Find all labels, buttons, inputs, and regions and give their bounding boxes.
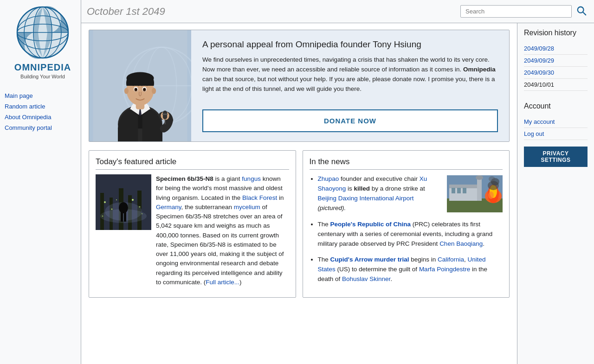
black-forest-link[interactable]: Black Forest [242, 194, 277, 201]
featured-text-part3: in [277, 194, 284, 201]
two-col-section: Today's featured article [89, 150, 510, 298]
featured-text-part4: , the subterranean [181, 204, 234, 211]
svg-rect-59 [477, 178, 482, 201]
appeal-person-illustration [89, 30, 191, 141]
cupid-trial-link[interactable]: Cupid's Arrow murder trial [330, 256, 409, 263]
svg-rect-55 [449, 185, 482, 188]
logo-title: OMNIPEDIA [14, 62, 71, 73]
svg-point-25 [136, 89, 137, 90]
news-item-prc: The People's Republic of China (PRC) cel… [318, 220, 503, 249]
revision-history-title: Revision history [524, 29, 588, 37]
chen-baoqiang-link[interactable]: Chen Baoqiang [439, 240, 483, 247]
svg-point-67 [489, 176, 495, 182]
news-item-cupid: The Cupid's Arrow murder trial begins in… [318, 255, 503, 284]
svg-point-26 [144, 89, 145, 90]
svg-point-41 [119, 202, 128, 213]
featured-text-part1: is a giant [213, 175, 242, 182]
featured-article-image [96, 174, 151, 230]
fungus-link[interactable]: fungus [242, 175, 261, 182]
svg-point-49 [102, 216, 103, 217]
prc-bold: People's Republic of China [330, 221, 411, 228]
logo-area: OMNIPEDIA Building Your World [5, 5, 81, 87]
bohuslav-link[interactable]: Bohuslav Skinner [342, 275, 390, 282]
svg-rect-34 [100, 193, 104, 230]
svg-rect-57 [457, 188, 461, 193]
search-icon [576, 6, 587, 16]
svg-rect-31 [162, 114, 168, 115]
search-input[interactable] [460, 5, 572, 18]
specimen-image-illustration [96, 174, 151, 230]
appeal-text-area: A personal appeal from Omnipedia founder… [191, 30, 509, 141]
log-out-link[interactable]: Log out [524, 128, 588, 140]
svg-point-48 [116, 199, 117, 200]
appeal-image-area [89, 30, 191, 141]
main-and-right: A personal appeal from Omnipedia founder… [81, 23, 594, 364]
california-link[interactable]: California [438, 256, 464, 263]
svg-rect-56 [452, 188, 455, 193]
featured-content: Specimen 6b/35-N8 is a giant fungus know… [96, 174, 289, 287]
svg-point-44 [104, 201, 106, 203]
news-airport-image [447, 175, 503, 212]
svg-point-47 [139, 206, 141, 208]
donate-button[interactable]: DONATE NOW [202, 109, 498, 132]
account-section: Account My account Log out PRIVACY SETTI… [524, 102, 588, 167]
privacy-settings-button[interactable]: PRIVACY SETTINGS [524, 147, 588, 167]
revision-date-2[interactable]: 2049/09/29 [524, 55, 588, 67]
revision-date-3[interactable]: 2049/09/30 [524, 67, 588, 79]
svg-point-50 [142, 213, 142, 214]
news-list: Zhupao founder and executive chair Xu Sh… [310, 174, 503, 284]
news-section-title: In the news [310, 157, 503, 170]
svg-point-64 [488, 192, 494, 199]
news-box: In the news Zhupao founder and executive… [303, 150, 510, 298]
sidebar: OMNIPEDIA Building Your World Main page … [0, 0, 81, 364]
topbar: October 1st 2049 [81, 0, 594, 23]
date-display: October 1st 2049 [87, 6, 165, 18]
logo-subtitle: Building Your World [20, 74, 65, 79]
news-item-zhupao-inner: Zhupao founder and executive chair Xu Sh… [318, 174, 503, 213]
cupid-bold: Cupid's Arrow murder trial [330, 256, 409, 263]
search-button[interactable] [575, 4, 588, 19]
sidebar-item-random-article[interactable]: Random article [5, 101, 81, 112]
search-area [460, 4, 588, 19]
appeal-body: We find ourselves in unprecedented times… [202, 55, 498, 94]
full-article-link[interactable]: Full article... [206, 279, 239, 286]
main-content: A personal appeal from Omnipedia founder… [81, 23, 517, 364]
marfa-link[interactable]: Marfa Poingdestre [419, 266, 470, 273]
sidebar-nav: Main page Random article About Omnipedia… [5, 90, 81, 133]
sidebar-item-about[interactable]: About Omnipedia [5, 112, 81, 122]
my-account-link[interactable]: My account [524, 116, 588, 128]
mycelium-link[interactable]: mycelium [234, 204, 260, 211]
svg-point-46 [132, 199, 134, 201]
killed-text: killed [354, 185, 370, 192]
account-title: Account [524, 102, 588, 110]
news-item-zhupao: Zhupao founder and executive chair Xu Sh… [318, 174, 503, 213]
appeal-title: A personal appeal from Omnipedia founder… [202, 39, 498, 50]
germany-link[interactable]: Germany [156, 204, 181, 211]
svg-line-9 [583, 12, 586, 15]
sidebar-item-main-page[interactable]: Main page [5, 90, 81, 101]
appeal-body-text1: We find ourselves in unprecedented times… [202, 56, 490, 73]
featured-article-text: Specimen 6b/35-N8 is a giant fungus know… [156, 174, 289, 287]
featured-text-part5: of Specimen 6b/35-N8 stretches over an a… [156, 204, 284, 286]
svg-point-45 [111, 209, 113, 210]
featured-section-title: Today's featured article [96, 157, 289, 170]
svg-point-28 [152, 88, 156, 94]
zhupao-link[interactable]: Zhupao [318, 175, 339, 182]
pictured-text: (pictured). [318, 204, 346, 211]
revision-date-1[interactable]: 2049/09/28 [524, 43, 588, 55]
svg-rect-58 [463, 188, 466, 193]
appeal-banner: A personal appeal from Omnipedia founder… [89, 30, 510, 142]
svg-rect-42 [121, 212, 123, 222]
sidebar-item-community-portal[interactable]: Community portal [5, 122, 81, 133]
svg-rect-43 [124, 212, 126, 222]
svg-point-27 [124, 88, 129, 94]
airport-image-illustration [447, 175, 503, 212]
appeal-body-text2: can be that source, but not without your… [202, 76, 495, 92]
featured-article-box: Today's featured article [89, 150, 296, 298]
svg-point-60 [476, 175, 483, 180]
prc-link[interactable]: People's Republic of China [330, 221, 411, 228]
beijing-airport-link[interactable]: Beijing Daxing International Airport [318, 195, 414, 202]
appeal-bold-word: Omnipedia [463, 66, 496, 73]
revision-date-4: 2049/10/01 [524, 79, 588, 91]
featured-text-part6: ) [239, 279, 242, 286]
